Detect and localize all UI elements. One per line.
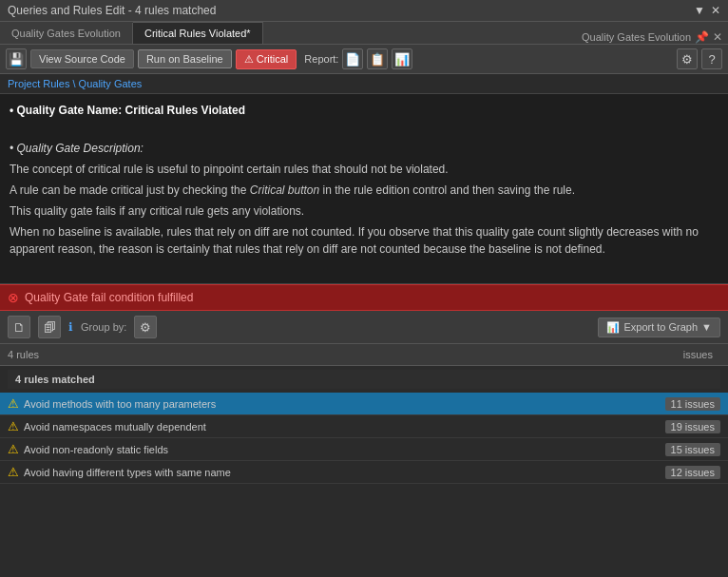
tab-critical-rules-violated[interactable]: Critical Rules Violated* bbox=[133, 22, 263, 44]
issues-count: 15 issues bbox=[562, 438, 728, 461]
group-by-settings[interactable]: ⚙ bbox=[134, 316, 157, 338]
save-icon: 💾 bbox=[9, 52, 24, 67]
rule-name-cell: ⚠Avoid methods with too many parameters bbox=[0, 393, 562, 415]
table-row[interactable]: ⚠Avoid methods with too many parameters1… bbox=[0, 393, 728, 415]
content-para-4: When no baseline is available, rules tha… bbox=[10, 223, 718, 258]
content-area: • Quality Gate Name: Critical Rules Viol… bbox=[0, 94, 728, 284]
section-header: 4 rules matched bbox=[0, 366, 728, 394]
report-icon-1[interactable]: 📄 bbox=[342, 48, 363, 69]
col-rules: 4 rules bbox=[0, 344, 562, 366]
help-icon: ? bbox=[708, 52, 715, 67]
tab-bar: Quality Gates Evolution Critical Rules V… bbox=[0, 22, 728, 45]
help-button[interactable]: ? bbox=[701, 48, 722, 69]
critical-button[interactable]: ⚠ Critical bbox=[236, 49, 297, 69]
issues-value: 19 issues bbox=[665, 420, 720, 433]
rule-name: Avoid non-readonly static fields bbox=[24, 444, 168, 455]
content-para-1: The concept of critical rule is useful t… bbox=[10, 161, 718, 178]
issues-count: 12 issues bbox=[562, 461, 728, 484]
gate-desc-label: • Quality Gate Description: bbox=[10, 140, 718, 157]
table-row[interactable]: ⚠Avoid having different types with same … bbox=[0, 461, 728, 484]
fail-icon: ⊗ bbox=[8, 290, 19, 305]
toolbar: 💾 View Source Code Run on Baseline ⚠ Cri… bbox=[0, 45, 728, 74]
bottom-toolbar: 🗋 🗐 ℹ Group by: ⚙ 📊 Export to Graph ▼ bbox=[0, 311, 728, 344]
rules-table: 4 rules issues 4 rules matched ⚠Avoid me… bbox=[0, 344, 728, 484]
rule-name-cell: ⚠Avoid non-readonly static fields bbox=[0, 438, 562, 461]
issues-value: 12 issues bbox=[665, 466, 720, 479]
copy-icon-2: 🗐 bbox=[44, 320, 56, 335]
report-label: Report: bbox=[304, 53, 338, 65]
table-row[interactable]: ⚠Avoid non-readonly static fields15 issu… bbox=[0, 438, 728, 461]
rule-name-cell: ⚠Avoid namespaces mutually dependent bbox=[0, 415, 562, 438]
title-bar-text: Queries and Rules Edit - 4 rules matched bbox=[8, 4, 216, 17]
breadcrumb-project-rules[interactable]: Project Rules bbox=[8, 78, 69, 89]
table-row[interactable]: ⚠Avoid namespaces mutually dependent19 i… bbox=[0, 415, 728, 438]
report-icon-2[interactable]: 📋 bbox=[367, 48, 388, 69]
copy-button-2[interactable]: 🗐 bbox=[38, 316, 61, 338]
group-by-label: Group by: bbox=[81, 321, 126, 333]
col-issues: issues bbox=[562, 344, 728, 366]
breadcrumb-quality-gates[interactable]: Quality Gates bbox=[79, 78, 143, 89]
content-para-2: A rule can be made critical just by chec… bbox=[10, 182, 718, 199]
tab-right-close[interactable]: ✕ bbox=[713, 30, 722, 44]
rule-name-cell: ⚠Avoid having different types with same … bbox=[0, 461, 562, 484]
tab-quality-gates-evolution[interactable]: Quality Gates Evolution bbox=[0, 23, 133, 44]
view-source-button[interactable]: View Source Code bbox=[30, 49, 134, 68]
export-icon: 📊 bbox=[606, 321, 620, 334]
warning-icon: ⚠ bbox=[8, 419, 19, 433]
info-icon[interactable]: ℹ bbox=[68, 320, 73, 334]
export-to-graph-button[interactable]: 📊 Export to Graph ▼ bbox=[598, 317, 720, 337]
warning-icon: ⚠ bbox=[8, 465, 19, 479]
critical-icon: ⚠ bbox=[244, 53, 254, 65]
rule-name: Avoid having different types with same n… bbox=[24, 467, 231, 478]
run-on-baseline-button[interactable]: Run on Baseline bbox=[138, 49, 232, 68]
fail-condition-text: Quality Gate fail condition fulfilled bbox=[25, 291, 193, 304]
copy-button-1[interactable]: 🗋 bbox=[8, 316, 30, 338]
issues-count: 19 issues bbox=[562, 415, 728, 438]
copy-icon-1: 🗋 bbox=[13, 320, 26, 335]
gate-name-line: • Quality Gate Name: Critical Rules Viol… bbox=[10, 102, 718, 119]
group-gear-icon: ⚙ bbox=[140, 320, 151, 335]
settings-button[interactable]: ⚙ bbox=[677, 48, 698, 69]
settings-icon: ⚙ bbox=[681, 52, 693, 67]
rule-name: Avoid methods with too many parameters bbox=[24, 398, 216, 410]
warning-icon: ⚠ bbox=[8, 396, 19, 411]
title-close-icon[interactable]: ✕ bbox=[711, 4, 720, 17]
content-para-3: This quality gate fails if any critical … bbox=[10, 202, 718, 220]
title-bar: Queries and Rules Edit - 4 rules matched… bbox=[0, 0, 728, 22]
rule-name: Avoid namespaces mutually dependent bbox=[24, 421, 206, 433]
tab-right-label: Quality Gates Evolution bbox=[582, 31, 691, 43]
title-pin-icon[interactable]: ▼ bbox=[694, 4, 705, 17]
tab-right-pin[interactable]: 📌 bbox=[695, 30, 709, 44]
fail-condition-bar: ⊗ Quality Gate fail condition fulfilled bbox=[0, 284, 728, 311]
issues-count: 11 issues bbox=[562, 393, 728, 415]
warning-icon: ⚠ bbox=[8, 442, 19, 456]
issues-value: 11 issues bbox=[665, 397, 720, 411]
issues-value: 15 issues bbox=[665, 443, 720, 456]
breadcrumb: Project Rules \ Quality Gates bbox=[0, 74, 728, 94]
save-button[interactable]: 💾 bbox=[6, 48, 27, 69]
dropdown-icon: ▼ bbox=[701, 321, 712, 333]
report-icon-3[interactable]: 📊 bbox=[392, 48, 412, 69]
